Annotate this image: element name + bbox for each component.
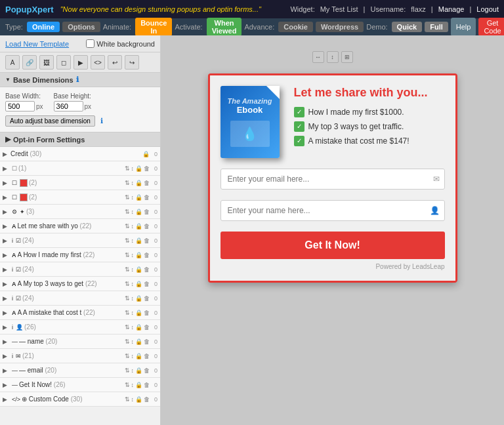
layer-24b[interactable]: ▶ i ☑ (24) ⇅ ↕ 🔒 🗑 0	[0, 262, 160, 277]
color-swatch-red	[20, 179, 28, 187]
code-icon-btn[interactable]: <>	[91, 55, 105, 70]
animate-label: Animate:	[103, 23, 131, 31]
book-title: Ebook	[237, 105, 263, 115]
auto-adjust-btn[interactable]: Auto adjust base dimension	[5, 115, 95, 127]
advance-label: Advance:	[244, 23, 274, 31]
text-icon-btn[interactable]: A	[5, 55, 20, 70]
popup-mini-toolbar: ↔ ↕ ⊞	[310, 49, 356, 66]
dimensions-section: Base Width: px Base Height: px Auto adju…	[0, 87, 160, 132]
app-tagline: "Now everyone can design stunning popups…	[60, 5, 291, 13]
layer-24c[interactable]: ▶ i ☑ (24) ⇅ ↕ 🔒 🗑 0	[0, 291, 160, 306]
layer-mistake[interactable]: ▶ A A A mistake that cost t (22) ⇅ ↕ 🔒 🗑…	[0, 306, 160, 320]
sidebar-header: Load New Template White background	[0, 35, 160, 52]
width-input[interactable]	[5, 101, 35, 111]
base-dimensions-label: Base Dimensions	[13, 76, 74, 84]
layer-2b[interactable]: ▶ ☐ (2) ⇅ ↕ 🔒 🗑 0	[0, 190, 160, 205]
popup-form: ✉ 👤 Get It Now! Powered by LeadsLeap	[210, 169, 455, 281]
layer-24a[interactable]: ▶ i ☑ (24) ⇅ ↕ 🔒 🗑 0	[0, 233, 160, 248]
layer-how-i-made[interactable]: ▶ A A How I made my first (22) ⇅ ↕ 🔒 🗑 0	[0, 248, 160, 262]
top-nav: Widget: My Test List | Username: flaxz |…	[290, 5, 499, 13]
username-value: flaxz	[411, 5, 426, 13]
sidebar: Load New Template White background A 🔗 🖼…	[0, 35, 161, 425]
layer-21[interactable]: ▶ i ✉ (21) ⇅ ↕ 🔒 🗑 0	[0, 349, 160, 363]
demo-label: Demo:	[366, 23, 387, 31]
layer-email[interactable]: ▶ — — email (20) ⇅ ↕ 🔒 🗑 0	[0, 363, 160, 378]
lock-icon: 🔒	[142, 151, 150, 157]
auto-adjust-info-icon[interactable]: ℹ	[100, 117, 103, 125]
layer-2a[interactable]: ▶ ☐ (2) ⇅ ↕ 🔒 🗑 0	[0, 176, 160, 190]
checklist-item-1: ✓ How I made my first $1000.	[294, 107, 445, 117]
layer-top3-ways[interactable]: ▶ A A My top 3 ways to get (22) ⇅ ↕ 🔒 🗑 …	[0, 277, 160, 291]
load-template-btn[interactable]: Load New Template	[5, 40, 69, 48]
activate-label: Activate:	[175, 23, 202, 31]
opt-in-header[interactable]: ▶ Opt-in Form Settings	[0, 132, 160, 147]
name-input[interactable]	[220, 200, 445, 221]
checklist-text-1: How I made my first $1000.	[308, 108, 404, 117]
height-group: Base Height: px	[54, 92, 92, 111]
demo-full-btn[interactable]: Full	[425, 22, 448, 32]
logout-link[interactable]: Logout	[476, 5, 499, 13]
book-cover: The Amazing Ebook 💧	[220, 86, 280, 158]
popup-inner: The Amazing Ebook 💧 Let me share with yo…	[210, 75, 455, 169]
get-it-now-button[interactable]: Get It Now!	[220, 232, 445, 259]
main-toolbar: Type: Online Options Animate: Bounce In …	[0, 18, 504, 35]
popup-headline: Let me share with you...	[294, 86, 445, 100]
help-btn[interactable]: Help	[451, 18, 476, 36]
app-logo: PopupXpert	[5, 5, 54, 14]
email-icon: ✉	[433, 174, 440, 184]
email-input[interactable]	[220, 169, 445, 190]
widget-name: My Test List	[320, 5, 358, 13]
layer-credit[interactable]: ▶ Credit (30) 🔒 0	[0, 147, 160, 161]
width-unit: px	[36, 103, 43, 110]
layer-custom-code[interactable]: ▶ </> ⊕ Custom Code (30) ⇅ ↕ 🔒 🗑 0	[0, 392, 160, 407]
checklist-text-2: My top 3 ways to get traffic.	[308, 122, 404, 131]
layer-get-it-now[interactable]: ▶ — Get It Now! (26) ⇅ ↕ 🔒 🗑 0	[0, 378, 160, 392]
width-label: Base Width:	[5, 92, 43, 100]
resize-v-icon[interactable]: ↕	[327, 51, 339, 63]
person-icon: 👤	[430, 206, 440, 215]
wordpress-btn[interactable]: Wordpress	[316, 22, 364, 32]
image-icon-btn[interactable]: 🖼	[39, 55, 54, 70]
demo-quick-btn[interactable]: Quick	[392, 22, 423, 32]
advance-cookie-btn[interactable]: Cookie	[278, 22, 313, 32]
undo-icon-btn[interactable]: ↩	[108, 55, 122, 70]
layer-name[interactable]: ▶ — — name (20) ⇅ ↕ 🔒 🗑 0	[0, 334, 160, 349]
collapse-arrow: ▼	[5, 77, 10, 83]
layer-26[interactable]: ▶ i 👤 (26) ⇅ ↕ 🔒 🗑 0	[0, 320, 160, 334]
grid-icon[interactable]: ⊞	[341, 51, 353, 63]
get-code-btn[interactable]: Get Code	[478, 18, 504, 36]
check-icon-1: ✓	[294, 107, 304, 117]
options-btn[interactable]: Options	[62, 22, 100, 32]
height-input[interactable]	[54, 101, 83, 111]
video-icon-btn[interactable]: ▶	[74, 55, 88, 70]
height-label: Base Height:	[54, 92, 92, 100]
opt-in-arrow: ▶	[5, 135, 10, 144]
link-icon-btn[interactable]: 🔗	[22, 55, 37, 70]
popup-text-content: Let me share with you... ✓ How I made my…	[294, 86, 445, 158]
opt-in-label: Opt-in Form Settings	[13, 136, 85, 144]
activate-btn[interactable]: When Viewed	[207, 18, 242, 36]
icon-toolbar: A 🔗 🖼 ◻ ▶ <> ↩ ↪	[0, 52, 160, 73]
name-input-wrap: 👤	[220, 200, 445, 221]
type-online-btn[interactable]: Online	[27, 22, 60, 32]
widget-label: Widget:	[290, 5, 314, 13]
animate-btn[interactable]: Bounce In	[135, 18, 172, 36]
layer-let-me-share[interactable]: ▶ A Let me share with yo (22) ⇅ ↕ 🔒 🗑 0	[0, 219, 160, 233]
popup-widget: The Amazing Ebook 💧 Let me share with yo…	[208, 73, 457, 283]
username-label: Username:	[370, 5, 406, 13]
shape-icon-btn[interactable]: ◻	[56, 55, 71, 70]
layer-1[interactable]: ▶ ☐ (1) ⇅ ↕ 🔒 🗑 0	[0, 161, 160, 176]
info-icon[interactable]: ℹ	[76, 75, 79, 84]
white-bg-label[interactable]: White background	[86, 39, 155, 48]
base-dimensions-header[interactable]: ▼ Base Dimensions ℹ	[0, 73, 160, 87]
layer-3[interactable]: ▶ ⚙ ✦ (3) ⇅ ↕ 🔒 🗑 0	[0, 205, 160, 219]
white-bg-checkbox[interactable]	[86, 39, 94, 48]
top-right-actions: Help Get Code	[451, 18, 504, 36]
email-input-wrap: ✉	[220, 169, 445, 190]
top-bar: PopupXpert "Now everyone can design stun…	[0, 0, 504, 18]
height-unit: px	[85, 103, 92, 110]
resize-h-icon[interactable]: ↔	[312, 51, 324, 63]
manage-link[interactable]: Manage	[438, 5, 465, 13]
popup-book-area: The Amazing Ebook 💧	[220, 86, 286, 158]
redo-icon-btn[interactable]: ↪	[125, 55, 139, 70]
